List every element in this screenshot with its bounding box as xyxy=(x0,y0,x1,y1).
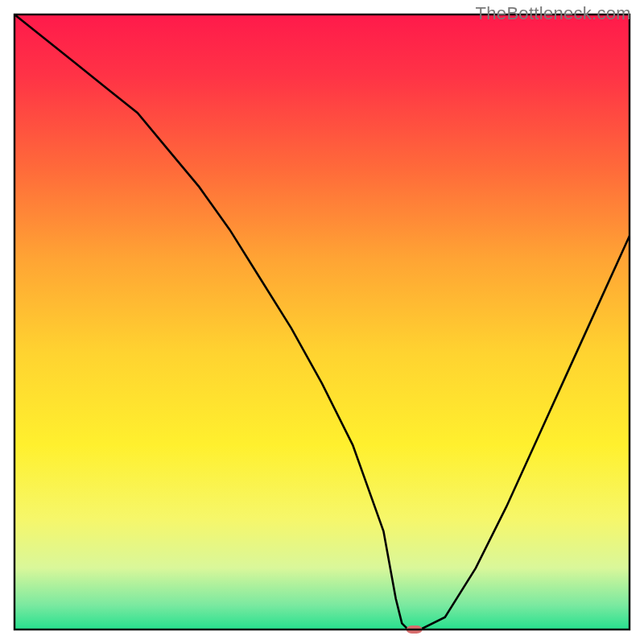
gradient-background xyxy=(14,14,630,630)
watermark-text: TheBottleneck.com xyxy=(476,3,631,24)
bottleneck-chart xyxy=(0,0,644,644)
